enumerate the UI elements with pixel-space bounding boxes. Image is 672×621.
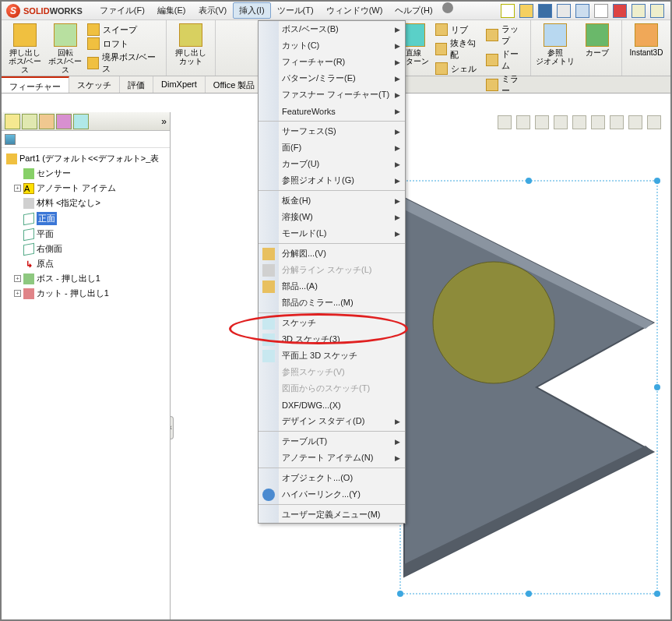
menu-weldments[interactable]: 溶接(W)▶ (279, 209, 405, 225)
menu-fastener-feature[interactable]: ファスナー フィーチャー(T)▶ (279, 86, 405, 103)
shell-button[interactable]: シェル (435, 62, 483, 75)
tab-dimxpert[interactable]: DimXpert (153, 76, 206, 93)
loft-button[interactable]: ロフト (87, 37, 162, 50)
menu-boss-base[interactable]: ボス/ベース(B)▶ (279, 21, 405, 37)
rib-button[interactable]: リブ (435, 23, 483, 36)
new-doc-icon[interactable] (501, 4, 515, 18)
zoom-area-icon[interactable] (516, 115, 530, 129)
svg-point-5 (526, 591, 532, 597)
ref-geometry-button[interactable]: 参照 ジオメトリ (536, 23, 575, 72)
hide-show-icon[interactable] (610, 115, 624, 129)
view-heads-up-toolbar (494, 112, 664, 132)
tree-root[interactable]: Part1 (デフォルト<<デフォルト>_表 (3, 151, 168, 166)
menu-cut[interactable]: カット(C)▶ (279, 37, 405, 54)
menu-sheet-metal[interactable]: 板金(H)▶ (279, 192, 405, 209)
open-icon[interactable] (519, 4, 533, 18)
tree-cut-extrude[interactable]: +カット - 押し出し1 (3, 286, 168, 301)
menu-3d-sketch-on-plane[interactable]: 平面上 3D スケッチ (279, 348, 405, 364)
menu-featureworks[interactable]: FeatureWorks▶ (279, 103, 405, 119)
menu-insert-part[interactable]: 部品...(A) (279, 278, 405, 295)
view-orientation-icon[interactable] (572, 115, 586, 129)
tree-plane-top[interactable]: 平面 (3, 227, 168, 242)
curves-button[interactable]: カーブ (578, 23, 617, 72)
revolve-boss-button[interactable]: 回転 ボス/ベース (47, 23, 84, 72)
dome-button[interactable]: ドーム (486, 48, 526, 72)
menu-exploded-view[interactable]: 分解図...(V) (279, 245, 405, 262)
app-logo: S SOLIDWORKS (2, 4, 87, 18)
sweep-button[interactable]: スイープ (87, 23, 162, 36)
menu-search-icon[interactable] (442, 2, 453, 13)
menu-annotations[interactable]: アノテート アイテム(N)▶ (279, 450, 405, 466)
tab-sketch[interactable]: スケッチ (69, 76, 120, 93)
section-view-icon[interactable] (554, 115, 568, 129)
graphics-viewport[interactable] (171, 112, 670, 619)
menu-insert[interactable]: 挿入(I) (233, 2, 270, 19)
panel-splitter[interactable] (171, 416, 174, 439)
panel-tab-display-manager-icon[interactable] (73, 114, 89, 129)
boundary-boss-button[interactable]: 境界ボス/ベース (87, 51, 162, 75)
undo-icon[interactable] (575, 4, 589, 18)
tree-annotations[interactable]: +Aアノテート アイテム (3, 181, 168, 196)
menu-surface[interactable]: サーフェス(S)▶ (279, 123, 405, 139)
tree-plane-front[interactable]: 正面 (3, 210, 168, 227)
panel-expand-icon[interactable]: » (161, 116, 167, 127)
tree-filter-row (2, 131, 170, 148)
menu-pattern-mirror[interactable]: パターン/ミラー(E)▶ (279, 70, 405, 86)
tree-origin[interactable]: ↳原点 (3, 256, 168, 271)
panel-tab-feature-tree-icon[interactable] (5, 114, 20, 129)
menu-ref-geometry[interactable]: 参照ジオメトリ(G)▶ (279, 172, 405, 189)
panel-tab-config-manager-icon[interactable] (39, 114, 55, 129)
funnel-icon[interactable] (5, 134, 16, 145)
svg-point-3 (654, 178, 660, 184)
tree-material[interactable]: 材料 <指定なし> (3, 196, 168, 210)
menu-mirror-part[interactable]: 部品のミラー...(M) (279, 295, 405, 311)
rebuild-icon[interactable] (613, 4, 627, 18)
menu-3d-sketch[interactable]: 3D スケッチ(3) (279, 331, 405, 348)
menu-sketch[interactable]: スケッチ (279, 315, 405, 331)
panel-tab-property-manager-icon[interactable] (22, 114, 37, 129)
extrude-boss-button[interactable]: 押し出し ボス/ベース (6, 23, 44, 72)
menu-edit[interactable]: 編集(E) (151, 2, 192, 19)
tree-boss-extrude[interactable]: +ボス - 押し出し1 (3, 271, 168, 286)
scene-icon[interactable] (647, 115, 661, 129)
draft-button[interactable]: 抜き勾配 (435, 37, 483, 61)
wrap-button[interactable]: ラップ (486, 23, 526, 47)
tab-evaluate[interactable]: 評価 (120, 76, 153, 93)
explode-line-sketch-icon (262, 264, 275, 277)
display-style-icon[interactable] (591, 115, 605, 129)
menu-customize-menu[interactable]: ユーザー定義メニュー(M) (279, 506, 405, 523)
menu-object[interactable]: オブジェクト...(O) (279, 470, 405, 486)
tab-features[interactable]: フィーチャー (2, 76, 69, 93)
menu-help[interactable]: ヘルプ(H) (389, 2, 438, 19)
prev-view-icon[interactable] (535, 115, 549, 129)
menu-features[interactable]: フィーチャー(R)▶ (279, 54, 405, 70)
tree-sensors[interactable]: センサー (3, 166, 168, 181)
tree-plane-right[interactable]: 右側面 (3, 242, 168, 256)
menu-face[interactable]: 面(F)▶ (279, 139, 405, 156)
zoom-fit-icon[interactable] (498, 115, 512, 129)
appearance-icon[interactable] (628, 115, 642, 129)
menu-tables[interactable]: テーブル(T)▶ (279, 433, 405, 450)
svg-point-8 (654, 384, 660, 390)
menu-curve[interactable]: カーブ(U)▶ (279, 156, 405, 172)
menu-window[interactable]: ウィンドウ(W) (320, 2, 389, 19)
mirror-button[interactable]: ミラー (486, 73, 526, 97)
tab-office[interactable]: Office 製品 (206, 76, 264, 93)
svg-point-9 (433, 262, 554, 383)
save-icon[interactable] (538, 4, 552, 18)
screen-capture-icon[interactable] (650, 4, 664, 18)
panel-tab-dimxpert-icon[interactable] (56, 114, 72, 129)
print-icon[interactable] (557, 4, 571, 18)
menu-molds[interactable]: モールド(L)▶ (279, 225, 405, 242)
options-icon[interactable] (632, 4, 646, 18)
instant3d-button[interactable]: Instant3D (627, 23, 666, 72)
extrude-cut-button[interactable]: 押し出し カット (171, 23, 210, 72)
menu-hyperlink[interactable]: ハイパーリンク...(Y) (279, 486, 405, 503)
menu-file[interactable]: ファイル(F) (93, 2, 151, 19)
menu-dxf-dwg[interactable]: DXF/DWG...(X) (279, 397, 405, 413)
menu-tools[interactable]: ツール(T) (271, 2, 320, 19)
menu-view[interactable]: 表示(V) (192, 2, 234, 19)
select-icon[interactable] (594, 4, 608, 18)
menu-design-study[interactable]: デザイン スタディ(D)▶ (279, 413, 405, 429)
ribbon-cut-group: 押し出し カット (167, 20, 216, 76)
